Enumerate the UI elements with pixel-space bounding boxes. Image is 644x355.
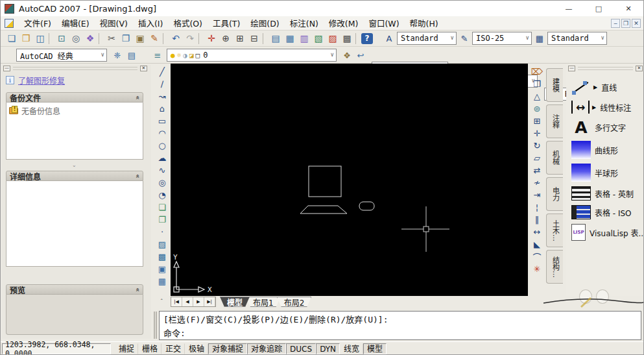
gradient-icon[interactable]: ▩ xyxy=(156,251,169,263)
table-style-combo[interactable]: Standard ∨ xyxy=(547,32,607,45)
menu-item[interactable]: 视图(V) xyxy=(95,17,133,29)
status-toggle-button[interactable]: 对象捕捉 xyxy=(208,343,247,354)
sheet-set-manager-icon[interactable]: ▧ xyxy=(311,32,326,45)
layout-nav-icon[interactable]: ▶ xyxy=(193,297,204,306)
polyline-icon[interactable]: ↝ xyxy=(156,90,169,103)
layer-lock-icon[interactable]: ◪ xyxy=(189,51,194,60)
rotate-icon[interactable]: ↻ xyxy=(531,140,543,152)
palette-tab[interactable]: 建模 xyxy=(546,68,563,102)
layer-properties-manager-icon[interactable]: ≡ xyxy=(151,49,164,62)
region-icon[interactable]: ▣ xyxy=(156,263,169,275)
workspace-combo[interactable]: AutoCAD 经典 ∨ xyxy=(16,49,107,62)
open-icon[interactable]: ❒ xyxy=(19,32,33,45)
palette-close-icon[interactable]: ✕ xyxy=(636,66,643,71)
table-icon[interactable]: ▦ xyxy=(156,275,169,288)
palette-tab[interactable]: 机械 xyxy=(546,141,563,175)
menu-item[interactable]: 工具(T) xyxy=(208,17,245,29)
paste-icon[interactable]: ▣ xyxy=(133,32,147,45)
menu-item[interactable]: 帮助(H) xyxy=(405,17,444,29)
revision-cloud-icon[interactable]: ☁ xyxy=(156,152,169,164)
palette-tab[interactable]: 注释 xyxy=(546,104,563,138)
layout-nav-icon[interactable]: |◀ xyxy=(171,297,182,306)
menu-item[interactable]: 窗口(W) xyxy=(363,17,404,29)
panel-close-icon[interactable]: ✕ xyxy=(140,66,147,71)
construction-line-icon[interactable]: ∕ xyxy=(156,78,169,90)
layout-tab[interactable]: 布局1 xyxy=(246,297,281,307)
minimize-icon[interactable]: — xyxy=(554,1,584,16)
command-prompt-line[interactable]: 命令: xyxy=(163,326,637,340)
workspace-settings-icon[interactable]: ❈ xyxy=(111,49,124,62)
drawing-canvas[interactable]: Y X xyxy=(171,64,528,296)
layer-on-bulb-icon[interactable]: ● xyxy=(171,51,175,60)
point-icon[interactable]: · xyxy=(156,226,169,238)
ellipse-icon[interactable]: ◎ xyxy=(156,177,169,189)
tool-palettes-icon[interactable]: ▥ xyxy=(297,32,311,45)
palette-tool[interactable]: ▶ 直线 xyxy=(571,78,644,96)
menu-item[interactable]: 标注(N) xyxy=(285,17,324,29)
redo-icon[interactable]: ↷ xyxy=(183,32,197,45)
palette-tab[interactable]: 土木… xyxy=(546,214,563,247)
status-toggle-button[interactable]: 正交 xyxy=(161,343,185,354)
layout-nav-icon[interactable]: ◀ xyxy=(182,297,193,306)
details-section-header[interactable]: 详细信息 « xyxy=(6,171,143,181)
palette-tool[interactable]: LISP ▶ VisualLisp 表... xyxy=(571,224,644,241)
toolbar-overflow-icon[interactable]: ˆ xyxy=(160,299,163,305)
separator[interactable] xyxy=(263,33,267,44)
markup-icon[interactable]: ▨ xyxy=(326,32,340,45)
mdi-restore-icon[interactable]: ❐ xyxy=(621,19,630,28)
separator[interactable] xyxy=(198,33,203,44)
maximize-icon[interactable]: □ xyxy=(584,1,614,16)
menu-item[interactable]: 文件(F) xyxy=(19,17,56,29)
layer-freeze-sun-icon[interactable]: ☼ xyxy=(177,51,182,60)
help-icon[interactable]: ? xyxy=(361,33,373,44)
chevron-down-icon[interactable]: ∨ xyxy=(526,34,529,41)
collapse-icon[interactable]: « xyxy=(134,95,141,99)
palette-tool[interactable]: A ▶ 多行文字 xyxy=(571,118,644,136)
ellipse-arc-icon[interactable]: ◔ xyxy=(156,189,169,201)
flyout-arrow-icon[interactable]: ▶ xyxy=(593,84,597,90)
move-icon[interactable]: ✛ xyxy=(531,127,543,140)
new-icon[interactable]: ❏ xyxy=(5,32,19,45)
layer-combo[interactable]: ●☼◑◪□ 0 ∨ xyxy=(167,49,337,62)
plot-preview-icon[interactable]: ◎ xyxy=(69,32,83,45)
scale-icon[interactable]: ▱ xyxy=(531,152,543,164)
cut-icon[interactable]: ✂ xyxy=(104,32,119,45)
dim-style-combo[interactable]: ISO-25 ∨ xyxy=(472,32,532,45)
menu-item[interactable]: 格式(O) xyxy=(168,17,208,29)
menu-item[interactable]: 插入(I) xyxy=(133,17,168,29)
break-icon[interactable]: ‖ xyxy=(531,214,543,226)
status-toggle-button[interactable]: DYN xyxy=(316,343,340,354)
zoom-previous-icon[interactable]: ⊟ xyxy=(247,32,261,45)
separator[interactable] xyxy=(99,33,103,44)
separator[interactable] xyxy=(49,33,53,44)
chevron-down-icon[interactable]: ∨ xyxy=(601,34,604,41)
layout-tab[interactable]: 模型 xyxy=(220,297,250,307)
backup-files-section-header[interactable]: 备份文件 « xyxy=(6,92,143,103)
circle-icon[interactable]: ○ xyxy=(156,140,169,152)
plot-icon[interactable]: ⊡ xyxy=(54,32,69,45)
line-icon[interactable]: ╱ xyxy=(156,66,169,78)
save-icon[interactable]: ◫ xyxy=(33,32,47,45)
copy-object-icon[interactable]: ❐ xyxy=(531,78,543,90)
menu-item[interactable]: 绘图(D) xyxy=(245,17,284,29)
designcenter-icon[interactable]: ▦ xyxy=(283,32,297,45)
chevron-down-icon[interactable]: ∨ xyxy=(451,34,454,41)
status-toggle-button[interactable]: 对象追踪 xyxy=(247,343,286,354)
text-style-combo[interactable]: Standard ∨ xyxy=(397,32,457,45)
palette-tool[interactable]: ▶ 表格 - 英制 xyxy=(571,186,644,201)
copy-icon[interactable]: ❐ xyxy=(119,32,133,45)
status-toggle-button[interactable]: DUCS xyxy=(286,343,316,354)
layout-tab[interactable]: 布局2 xyxy=(277,297,312,307)
collapse-icon[interactable]: « xyxy=(134,288,141,291)
arc-icon[interactable]: ◠ xyxy=(156,127,169,140)
layer-color-swatch[interactable]: □ xyxy=(196,51,200,60)
menu-item[interactable]: 编辑(E) xyxy=(56,17,95,29)
palette-tool[interactable]: ▶ 表格 - ISO xyxy=(571,205,644,219)
chevron-down-icon[interactable]: ∨ xyxy=(331,51,334,58)
trim-icon[interactable]: ≁ xyxy=(531,177,543,189)
rectangle-icon[interactable]: ▭ xyxy=(156,115,169,127)
separator[interactable] xyxy=(355,33,360,44)
close-icon[interactable]: ✕ xyxy=(614,1,643,16)
erase-icon[interactable]: ⌦ xyxy=(531,66,543,78)
palette-grip[interactable] xyxy=(578,67,633,70)
